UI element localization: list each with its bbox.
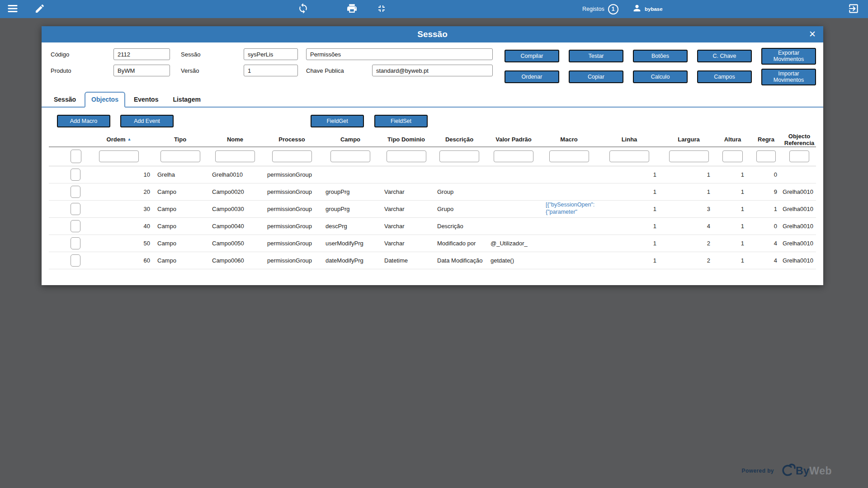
column-header-linha[interactable]: Linha <box>597 136 662 143</box>
filter-tipo-input[interactable] <box>160 150 200 162</box>
column-header-tipo[interactable]: Tipo <box>153 136 208 143</box>
versao-field[interactable] <box>244 65 298 76</box>
column-header-descricao[interactable]: Descrição <box>433 136 486 143</box>
column-header-valor_padrao[interactable]: Valor Padrão <box>486 136 541 143</box>
column-header-objecto_referencia[interactable]: Objecto Referencia <box>783 133 816 146</box>
cell-select <box>49 169 85 181</box>
filter-macro-input[interactable] <box>549 150 589 162</box>
filter-checkbox[interactable] <box>71 150 81 163</box>
add-macro-button[interactable]: Add Macro <box>57 115 110 127</box>
cell-macro[interactable]: [{"bySessionOpen": {"parameter" <box>541 202 597 216</box>
row-checkbox[interactable] <box>71 186 80 198</box>
row-checkbox[interactable] <box>71 254 80 267</box>
registos-counter: Registos 1 <box>582 0 618 18</box>
codigo-field[interactable] <box>113 48 170 60</box>
user-icon <box>632 3 642 15</box>
cell-objecto_referencia: Grelha0010 <box>783 206 816 212</box>
sessao-descricao-field[interactable] <box>306 48 493 60</box>
cell-descricao: Group <box>433 188 486 195</box>
column-header-processo[interactable]: Processo <box>263 136 321 143</box>
tab-objectos[interactable]: Objectos <box>85 92 125 108</box>
sessao-field[interactable] <box>244 48 298 60</box>
chave-publica-field[interactable] <box>372 65 493 76</box>
filter-largura-input[interactable] <box>669 150 709 162</box>
cell-descricao: Modificado por <box>433 240 486 247</box>
cell-campo: descPrg <box>321 223 380 230</box>
cell-regra: 0 <box>750 171 783 178</box>
table-body: 10GrelhaGrelha0010permissionGroup111020C… <box>49 166 816 269</box>
add-event-button[interactable]: Add Event <box>120 115 174 127</box>
filter-objecto_referencia-input[interactable] <box>789 150 809 162</box>
cell-tipo_dominio: Varchar <box>380 240 433 247</box>
tab-listagem[interactable]: Listagem <box>167 93 206 107</box>
filter-ordem-input[interactable] <box>99 150 139 162</box>
registos-count-badge: 1 <box>608 4 618 14</box>
row-checkbox[interactable] <box>71 169 80 181</box>
filter-regra-input[interactable] <box>756 150 776 162</box>
menu-button[interactable] <box>5 0 21 18</box>
row-checkbox[interactable] <box>71 237 80 249</box>
cell-processo: permissionGroup <box>263 240 321 247</box>
filter-valor_padrao-input[interactable] <box>494 150 533 162</box>
table-row[interactable]: 50CampoCampo0050permissionGroupuserModif… <box>49 235 816 252</box>
column-header-macro[interactable]: Macro <box>541 136 597 143</box>
versao-label: Versão <box>181 67 244 74</box>
column-header-regra[interactable]: Regra <box>750 136 783 143</box>
column-header-altura[interactable]: Altura <box>716 136 750 143</box>
produto-field[interactable] <box>113 65 170 76</box>
importar-movimentos-button[interactable]: Importar Movimentos <box>761 69 816 85</box>
testar-button[interactable]: Testar <box>569 50 623 62</box>
session-form: Código Sessão Produto Versão Chave Publi… <box>42 42 823 85</box>
cell-tipo_dominio: Datetime <box>380 257 433 264</box>
filter-processo-input[interactable] <box>272 150 312 162</box>
codigo-label: Código <box>51 51 113 58</box>
compilar-button[interactable]: Compilar <box>505 50 559 62</box>
column-header-ordem[interactable]: Ordem▲ <box>85 136 153 143</box>
table-row[interactable]: 60CampoCampo0060permissionGroupdateModif… <box>49 252 816 269</box>
filter-campo-input[interactable] <box>330 150 370 162</box>
row-checkbox[interactable] <box>71 203 80 215</box>
c-chave-button[interactable]: C. Chave <box>697 50 752 62</box>
column-header-largura[interactable]: Largura <box>662 136 716 143</box>
row-checkbox[interactable] <box>71 220 80 232</box>
fieldset-button[interactable]: FieldSet <box>374 115 428 127</box>
logout-button[interactable] <box>845 0 862 18</box>
campos-button[interactable]: Campos <box>697 70 752 83</box>
column-header-nome[interactable]: Nome <box>208 136 263 143</box>
cell-ordem: 20 <box>85 188 153 195</box>
filter-tipo_dominio-input[interactable] <box>387 150 426 162</box>
cell-tipo: Campo <box>153 240 208 247</box>
edit-button[interactable] <box>32 0 48 18</box>
table-row[interactable]: 30CampoCampo0030permissionGroupgroupPrgV… <box>49 201 816 218</box>
cell-tipo_dominio: Varchar <box>380 188 433 195</box>
print-button[interactable] <box>344 0 360 18</box>
compress-button[interactable] <box>373 0 390 18</box>
compress-icon <box>376 3 387 15</box>
close-icon[interactable]: ✕ <box>809 26 816 42</box>
user-menu[interactable]: bybase <box>632 0 663 18</box>
filter-cell-descricao <box>433 150 486 162</box>
column-header-campo[interactable]: Campo <box>321 136 380 143</box>
fieldget-button[interactable]: FieldGet <box>311 115 364 127</box>
ordenar-button[interactable]: Ordenar <box>505 70 559 83</box>
filter-cell-tipo <box>153 150 208 162</box>
botoes-button[interactable]: Botões <box>633 50 688 62</box>
table-row[interactable]: 40CampoCampo0040permissionGroupdescPrgVa… <box>49 218 816 235</box>
filter-nome-input[interactable] <box>215 150 255 162</box>
table-filter-row <box>49 147 816 166</box>
cloud-c-icon <box>778 463 796 479</box>
calculo-button[interactable]: Calculo <box>633 70 688 83</box>
filter-linha-input[interactable] <box>609 150 649 162</box>
copiar-button[interactable]: Copiar <box>569 70 623 83</box>
cell-valor_padrao: getdate() <box>486 257 541 264</box>
filter-descricao-input[interactable] <box>439 150 479 162</box>
tab-sessao[interactable]: Sessão <box>48 93 82 107</box>
tab-eventos[interactable]: Eventos <box>128 93 164 107</box>
refresh-button[interactable] <box>295 0 311 18</box>
column-header-tipo_dominio[interactable]: Tipo Dominio <box>380 136 433 143</box>
cell-linha: 1 <box>597 257 662 264</box>
table-row[interactable]: 20CampoCampo0020permissionGroupgroupPrgV… <box>49 183 816 201</box>
table-row[interactable]: 10GrelhaGrelha0010permissionGroup1110 <box>49 166 816 183</box>
filter-altura-input[interactable] <box>722 150 743 162</box>
exportar-movimentos-button[interactable]: Exportar Movimentos <box>761 48 816 65</box>
